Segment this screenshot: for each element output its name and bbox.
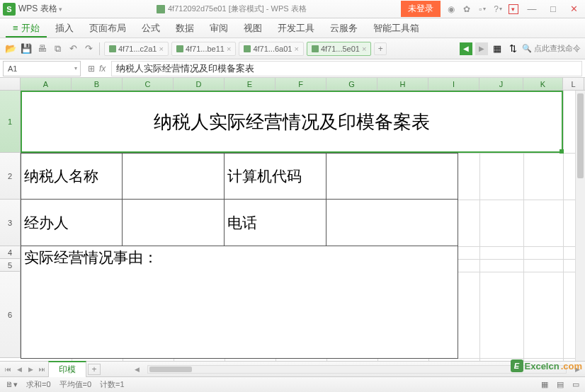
menu-cloud[interactable]: 云服务 — [323, 19, 365, 38]
name-box[interactable]: A1 — [3, 61, 81, 76]
doc-tab-3[interactable]: 4f71...6a01× — [239, 42, 304, 56]
doc-title: 4f712092d75e01 [兼容模式] - WPS 表格 — [157, 4, 307, 14]
tab-close-icon[interactable]: × — [294, 45, 298, 53]
sheet-tab-active[interactable]: 印模 — [48, 361, 86, 377]
col-header[interactable]: F — [276, 78, 326, 90]
doc-icon — [157, 5, 165, 13]
toolbar: 📂 💾 🖶 ⧉ ↶ ↷ 4f71...c2a1× 4f71...be11× 4f… — [0, 38, 585, 59]
scroll-thumb[interactable] — [149, 367, 192, 372]
horizontal-scrollbar[interactable] — [147, 365, 567, 374]
col-header[interactable]: A — [21, 78, 72, 90]
row-header[interactable]: 2 — [0, 153, 21, 200]
skin-icon[interactable]: ▫ — [477, 4, 487, 14]
preview-icon[interactable]: ⧉ — [51, 42, 64, 55]
sheet-nav-last[interactable]: ⏭ — [37, 366, 47, 373]
sheet-nav-next[interactable]: ▶ — [25, 366, 35, 373]
cell[interactable]: 计算机代码 — [224, 153, 326, 200]
cell[interactable] — [122, 153, 225, 200]
search-icon: 🔍 — [522, 44, 532, 53]
sheet-nav-prev[interactable]: ◀ — [14, 366, 24, 373]
col-header[interactable]: G — [326, 78, 377, 90]
doc-tab-4[interactable]: 4f71...5e01× — [307, 42, 372, 56]
cell[interactable] — [122, 199, 225, 246]
cell[interactable]: 纳税人名称 — [21, 153, 123, 200]
status-bar: 🗎▾ 求和=0 平均值=0 计数=1 ▦ ▤ ▭ — [0, 376, 585, 392]
col-header[interactable]: H — [377, 78, 428, 90]
selection-handle[interactable] — [560, 149, 564, 154]
hscroll-left[interactable]: ◀ — [132, 366, 142, 373]
scroll-thumb[interactable] — [577, 93, 584, 178]
menu-review[interactable]: 审阅 — [203, 19, 235, 38]
row-header[interactable]: 4 — [0, 246, 21, 259]
col-header[interactable]: I — [428, 78, 479, 90]
maximize-button[interactable]: □ — [545, 2, 561, 16]
undo-icon[interactable]: ↶ — [67, 42, 79, 55]
menu-data[interactable]: 数据 — [169, 19, 201, 38]
nav-next-button[interactable]: ▶ — [475, 42, 488, 55]
layout-icon[interactable]: ▦ — [491, 42, 504, 55]
col-header[interactable]: E — [225, 78, 276, 90]
menu-formula[interactable]: 公式 — [135, 19, 167, 38]
tab-close-icon[interactable]: × — [227, 45, 231, 53]
fx-insert-icon[interactable]: ⊞ — [84, 64, 99, 74]
close-button[interactable]: ✕ — [567, 2, 582, 16]
doc-mode-icon[interactable]: 🗎▾ — [6, 380, 18, 389]
row-header[interactable]: 1 — [0, 91, 21, 153]
select-all-corner[interactable] — [0, 78, 21, 90]
menu-insert[interactable]: 插入 — [48, 19, 81, 38]
cell[interactable]: 经办人 — [21, 199, 123, 246]
cell-title[interactable]: 纳税人实际经营情况及印模备案表 — [21, 91, 563, 153]
doc-tab-1[interactable]: 4f71...c2a1× — [104, 42, 169, 56]
menu-view[interactable]: 视图 — [237, 19, 269, 38]
row-header[interactable]: 6 — [0, 272, 21, 358]
col-header[interactable]: J — [479, 78, 523, 90]
settings-icon[interactable]: ✿ — [462, 4, 472, 14]
view-normal-icon[interactable]: ▦ — [541, 380, 548, 389]
cell[interactable]: 电话 — [224, 199, 326, 246]
row-headers: 1 2 3 4 5 6 — [0, 91, 21, 361]
sheet-tabs-bar: ⏮ ◀ ▶ ⏭ 印模 + ◀ ▶ — [0, 361, 585, 376]
row-header[interactable]: 5 — [0, 259, 21, 272]
menu-devtools[interactable]: 开发工具 — [271, 19, 322, 38]
sync-icon[interactable]: ◉ — [446, 4, 456, 14]
fx-label: fx — [99, 64, 106, 74]
doc-tab-2[interactable]: 4f71...be11× — [171, 42, 237, 56]
app-name: WPS 表格▾ — [18, 3, 62, 15]
sheet-nav-first[interactable]: ⏮ — [3, 366, 13, 373]
cell[interactable] — [326, 153, 458, 200]
search-command[interactable]: 🔍点此查找命令 — [522, 43, 581, 54]
minimize-button[interactable]: — — [524, 2, 540, 16]
redo-icon[interactable]: ↷ — [82, 42, 95, 55]
formula-bar: A1 ⊞ fx 纳税人实际经营情况及印模备案表 — [0, 59, 585, 78]
print-icon[interactable]: 🖶 — [35, 42, 48, 55]
vertical-scrollbar[interactable] — [575, 91, 585, 361]
view-break-icon[interactable]: ▭ — [572, 380, 579, 389]
row-header[interactable]: 3 — [0, 200, 21, 246]
menu-smarttools[interactable]: 智能工具箱 — [366, 19, 426, 38]
open-icon[interactable]: 📂 — [4, 42, 17, 55]
save-icon[interactable]: 💾 — [20, 42, 33, 55]
tab-close-icon[interactable]: × — [362, 45, 366, 53]
cell-grid[interactable]: 纳税人实际经营情况及印模备案表 纳税人名称 计算机代码 经办人 电话 实际经营情… — [21, 91, 585, 361]
cell[interactable] — [326, 199, 458, 246]
tab-close-icon[interactable]: × — [159, 45, 163, 53]
cell[interactable]: 实际经营情况事由： — [21, 246, 458, 359]
col-header[interactable]: D — [174, 78, 225, 90]
col-header[interactable]: C — [123, 78, 174, 90]
sort-icon[interactable]: ⇅ — [506, 42, 519, 55]
add-sheet-button[interactable]: + — [88, 364, 101, 375]
feedback-icon[interactable]: ▾ — [509, 4, 518, 14]
view-page-icon[interactable]: ▤ — [557, 380, 564, 389]
col-header[interactable]: B — [72, 78, 123, 90]
menu-start[interactable]: 开始 — [6, 19, 47, 38]
col-header[interactable]: K — [523, 78, 563, 90]
status-avg: 平均值=0 — [59, 379, 92, 390]
help-icon[interactable]: ? — [493, 4, 503, 14]
login-button[interactable]: 未登录 — [401, 1, 441, 17]
formula-input[interactable]: 纳税人实际经营情况及印模备案表 — [111, 61, 582, 76]
column-headers: A B C D E F G H I J K L — [0, 78, 585, 91]
menu-pagelayout[interactable]: 页面布局 — [82, 19, 133, 38]
nav-prev-button[interactable]: ◀ — [460, 42, 472, 55]
add-tab-button[interactable]: + — [374, 42, 387, 55]
col-header[interactable]: L — [563, 78, 584, 90]
